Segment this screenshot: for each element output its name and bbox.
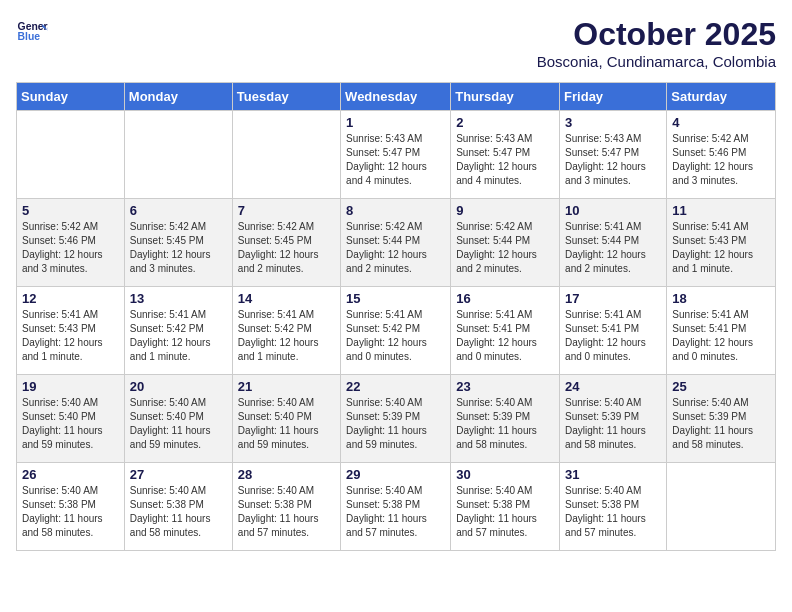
calendar-table: SundayMondayTuesdayWednesdayThursdayFrid… (16, 82, 776, 551)
header-day-monday: Monday (124, 83, 232, 111)
day-info: Sunrise: 5:41 AM Sunset: 5:42 PM Dayligh… (346, 308, 445, 364)
day-number: 31 (565, 467, 661, 482)
calendar-cell (17, 111, 125, 199)
header-day-sunday: Sunday (17, 83, 125, 111)
calendar-cell: 30Sunrise: 5:40 AM Sunset: 5:38 PM Dayli… (451, 463, 560, 551)
calendar-cell: 12Sunrise: 5:41 AM Sunset: 5:43 PM Dayli… (17, 287, 125, 375)
calendar-cell: 29Sunrise: 5:40 AM Sunset: 5:38 PM Dayli… (341, 463, 451, 551)
day-number: 20 (130, 379, 227, 394)
day-info: Sunrise: 5:40 AM Sunset: 5:39 PM Dayligh… (346, 396, 445, 452)
day-info: Sunrise: 5:40 AM Sunset: 5:40 PM Dayligh… (238, 396, 335, 452)
calendar-cell: 9Sunrise: 5:42 AM Sunset: 5:44 PM Daylig… (451, 199, 560, 287)
day-number: 26 (22, 467, 119, 482)
calendar-cell: 24Sunrise: 5:40 AM Sunset: 5:39 PM Dayli… (560, 375, 667, 463)
calendar-cell: 23Sunrise: 5:40 AM Sunset: 5:39 PM Dayli… (451, 375, 560, 463)
day-info: Sunrise: 5:41 AM Sunset: 5:43 PM Dayligh… (672, 220, 770, 276)
day-info: Sunrise: 5:40 AM Sunset: 5:38 PM Dayligh… (22, 484, 119, 540)
day-number: 3 (565, 115, 661, 130)
calendar-cell: 2Sunrise: 5:43 AM Sunset: 5:47 PM Daylig… (451, 111, 560, 199)
day-info: Sunrise: 5:41 AM Sunset: 5:42 PM Dayligh… (238, 308, 335, 364)
calendar-cell (232, 111, 340, 199)
day-info: Sunrise: 5:41 AM Sunset: 5:41 PM Dayligh… (672, 308, 770, 364)
calendar-cell: 28Sunrise: 5:40 AM Sunset: 5:38 PM Dayli… (232, 463, 340, 551)
calendar-cell: 31Sunrise: 5:40 AM Sunset: 5:38 PM Dayli… (560, 463, 667, 551)
day-info: Sunrise: 5:40 AM Sunset: 5:40 PM Dayligh… (130, 396, 227, 452)
day-info: Sunrise: 5:42 AM Sunset: 5:45 PM Dayligh… (238, 220, 335, 276)
day-number: 2 (456, 115, 554, 130)
day-number: 17 (565, 291, 661, 306)
calendar-cell: 4Sunrise: 5:42 AM Sunset: 5:46 PM Daylig… (667, 111, 776, 199)
day-number: 18 (672, 291, 770, 306)
day-number: 19 (22, 379, 119, 394)
day-info: Sunrise: 5:41 AM Sunset: 5:43 PM Dayligh… (22, 308, 119, 364)
calendar-cell: 15Sunrise: 5:41 AM Sunset: 5:42 PM Dayli… (341, 287, 451, 375)
day-info: Sunrise: 5:42 AM Sunset: 5:45 PM Dayligh… (130, 220, 227, 276)
calendar-cell: 17Sunrise: 5:41 AM Sunset: 5:41 PM Dayli… (560, 287, 667, 375)
day-number: 10 (565, 203, 661, 218)
day-number: 9 (456, 203, 554, 218)
day-number: 24 (565, 379, 661, 394)
day-number: 15 (346, 291, 445, 306)
calendar-cell: 14Sunrise: 5:41 AM Sunset: 5:42 PM Dayli… (232, 287, 340, 375)
calendar-cell: 11Sunrise: 5:41 AM Sunset: 5:43 PM Dayli… (667, 199, 776, 287)
header-day-thursday: Thursday (451, 83, 560, 111)
day-number: 8 (346, 203, 445, 218)
header-day-tuesday: Tuesday (232, 83, 340, 111)
calendar-cell: 21Sunrise: 5:40 AM Sunset: 5:40 PM Dayli… (232, 375, 340, 463)
day-info: Sunrise: 5:40 AM Sunset: 5:39 PM Dayligh… (456, 396, 554, 452)
week-row-2: 5Sunrise: 5:42 AM Sunset: 5:46 PM Daylig… (17, 199, 776, 287)
calendar-cell: 5Sunrise: 5:42 AM Sunset: 5:46 PM Daylig… (17, 199, 125, 287)
calendar-cell: 3Sunrise: 5:43 AM Sunset: 5:47 PM Daylig… (560, 111, 667, 199)
logo-icon: General Blue (16, 16, 48, 48)
day-info: Sunrise: 5:40 AM Sunset: 5:39 PM Dayligh… (565, 396, 661, 452)
day-info: Sunrise: 5:40 AM Sunset: 5:38 PM Dayligh… (130, 484, 227, 540)
calendar-cell: 6Sunrise: 5:42 AM Sunset: 5:45 PM Daylig… (124, 199, 232, 287)
day-number: 25 (672, 379, 770, 394)
day-number: 16 (456, 291, 554, 306)
day-info: Sunrise: 5:40 AM Sunset: 5:38 PM Dayligh… (456, 484, 554, 540)
header-row: SundayMondayTuesdayWednesdayThursdayFrid… (17, 83, 776, 111)
calendar-cell: 10Sunrise: 5:41 AM Sunset: 5:44 PM Dayli… (560, 199, 667, 287)
day-number: 23 (456, 379, 554, 394)
day-number: 28 (238, 467, 335, 482)
day-number: 11 (672, 203, 770, 218)
day-info: Sunrise: 5:42 AM Sunset: 5:46 PM Dayligh… (672, 132, 770, 188)
page-header: General Blue October 2025 Bosconia, Cund… (16, 16, 776, 70)
calendar-cell: 26Sunrise: 5:40 AM Sunset: 5:38 PM Dayli… (17, 463, 125, 551)
calendar-cell: 7Sunrise: 5:42 AM Sunset: 5:45 PM Daylig… (232, 199, 340, 287)
day-info: Sunrise: 5:42 AM Sunset: 5:46 PM Dayligh… (22, 220, 119, 276)
header-day-wednesday: Wednesday (341, 83, 451, 111)
day-info: Sunrise: 5:40 AM Sunset: 5:40 PM Dayligh… (22, 396, 119, 452)
day-number: 13 (130, 291, 227, 306)
day-info: Sunrise: 5:42 AM Sunset: 5:44 PM Dayligh… (346, 220, 445, 276)
day-number: 22 (346, 379, 445, 394)
day-info: Sunrise: 5:41 AM Sunset: 5:41 PM Dayligh… (456, 308, 554, 364)
logo: General Blue (16, 16, 48, 48)
day-info: Sunrise: 5:43 AM Sunset: 5:47 PM Dayligh… (456, 132, 554, 188)
calendar-cell: 1Sunrise: 5:43 AM Sunset: 5:47 PM Daylig… (341, 111, 451, 199)
calendar-cell: 22Sunrise: 5:40 AM Sunset: 5:39 PM Dayli… (341, 375, 451, 463)
day-info: Sunrise: 5:41 AM Sunset: 5:44 PM Dayligh… (565, 220, 661, 276)
calendar-cell: 19Sunrise: 5:40 AM Sunset: 5:40 PM Dayli… (17, 375, 125, 463)
day-info: Sunrise: 5:40 AM Sunset: 5:38 PM Dayligh… (346, 484, 445, 540)
svg-text:Blue: Blue (18, 31, 41, 42)
day-number: 21 (238, 379, 335, 394)
day-info: Sunrise: 5:43 AM Sunset: 5:47 PM Dayligh… (565, 132, 661, 188)
calendar-cell (667, 463, 776, 551)
week-row-4: 19Sunrise: 5:40 AM Sunset: 5:40 PM Dayli… (17, 375, 776, 463)
week-row-3: 12Sunrise: 5:41 AM Sunset: 5:43 PM Dayli… (17, 287, 776, 375)
day-info: Sunrise: 5:41 AM Sunset: 5:42 PM Dayligh… (130, 308, 227, 364)
day-number: 4 (672, 115, 770, 130)
day-info: Sunrise: 5:40 AM Sunset: 5:39 PM Dayligh… (672, 396, 770, 452)
calendar-cell: 25Sunrise: 5:40 AM Sunset: 5:39 PM Dayli… (667, 375, 776, 463)
header-day-friday: Friday (560, 83, 667, 111)
month-title: October 2025 (537, 16, 776, 53)
week-row-1: 1Sunrise: 5:43 AM Sunset: 5:47 PM Daylig… (17, 111, 776, 199)
day-number: 30 (456, 467, 554, 482)
calendar-cell: 18Sunrise: 5:41 AM Sunset: 5:41 PM Dayli… (667, 287, 776, 375)
day-number: 1 (346, 115, 445, 130)
day-number: 27 (130, 467, 227, 482)
day-number: 7 (238, 203, 335, 218)
calendar-cell: 20Sunrise: 5:40 AM Sunset: 5:40 PM Dayli… (124, 375, 232, 463)
day-info: Sunrise: 5:43 AM Sunset: 5:47 PM Dayligh… (346, 132, 445, 188)
